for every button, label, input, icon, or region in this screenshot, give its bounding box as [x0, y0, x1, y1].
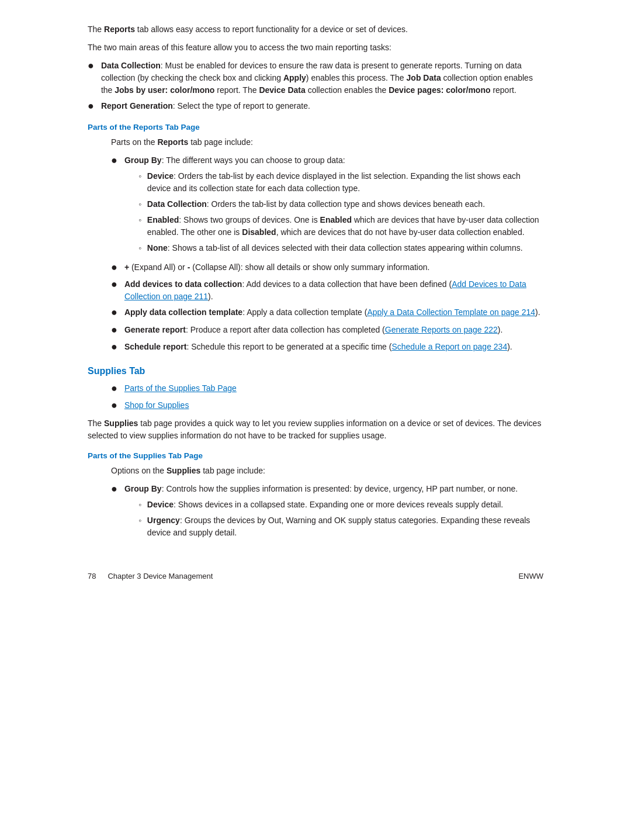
data-collection-label: Data Collection	[101, 61, 161, 70]
schedule-report-dot: ●	[111, 340, 117, 354]
supplies-group-by-label: Group By	[124, 484, 162, 493]
sub-dot-enabled: ◦	[138, 214, 141, 226]
supplies-link-content-1: Parts of the Supplies Tab Page	[124, 382, 543, 395]
supplies-sub-list: ◦ Device: Shows devices in a collapsed s…	[138, 499, 543, 539]
supplies-tab-heading: Supplies Tab	[88, 366, 543, 376]
none-content: None: Shows a tab-list of all devices se…	[147, 242, 543, 254]
enabled-content: Enabled: Shows two groups of devices. On…	[147, 214, 543, 238]
supplies-device-label: Device	[147, 500, 174, 509]
group-by-sub-list: ◦ Device: Orders the tab-list by each de…	[138, 170, 543, 254]
supplies-link-content-2: Shop for Supplies	[124, 399, 543, 412]
apply-template-content: Apply data collection template: Apply a …	[124, 306, 543, 319]
supplies-options-bold: Supplies	[167, 466, 200, 475]
supplies-options-intro: Options on the Supplies tab page include…	[111, 465, 543, 477]
sub-dot-device: ◦	[138, 170, 141, 182]
report-generation-label: Report Generation	[101, 101, 173, 110]
sub-bullet-none: ◦ None: Shows a tab-list of all devices …	[138, 242, 543, 254]
expand-content: + (Expand All) or - (Collapse All): show…	[124, 261, 543, 274]
reports-tab-intro: Parts on the Reports tab page include:	[111, 136, 543, 148]
supplies-intro-text: The Supplies tab page provides a quick w…	[88, 417, 543, 442]
device-content: Device: Orders the tab-list by each devi…	[147, 170, 543, 195]
sub-dot-dc: ◦	[138, 198, 141, 210]
apply-template-label: Apply data collection template	[124, 307, 242, 317]
bullet-expand-collapse: ● + (Expand All) or - (Collapse All): sh…	[111, 261, 543, 275]
jobs-by-bold: Jobs by user: color/mono	[115, 85, 214, 95]
generate-report-content: Generate report: Produce a report after …	[124, 324, 543, 336]
none-label: None	[147, 243, 168, 253]
supplies-sub-dot-urgency: ◦	[138, 514, 141, 527]
group-by-label: Group By	[124, 155, 162, 165]
footer-left: 78 Chapter 3 Device Management	[88, 572, 213, 580]
supplies-bold: Supplies	[104, 419, 138, 428]
sub-bullet-enabled: ◦ Enabled: Shows two groups of devices. …	[138, 214, 543, 238]
job-data-bold: Job Data	[407, 73, 441, 82]
data-collection-content: Data Collection: Must be enabled for dev…	[101, 60, 543, 96]
bullet-group-by: ● Group By: The different ways you can c…	[111, 154, 543, 258]
schedule-report-link[interactable]: Schedule a Report on page 234	[391, 342, 507, 351]
shop-for-supplies-link[interactable]: Shop for Supplies	[124, 400, 189, 410]
supplies-link-dot-1: ●	[111, 381, 117, 396]
add-devices-dot: ●	[111, 277, 117, 292]
bullet-data-collection: ● Data Collection: Must be enabled for d…	[88, 60, 543, 96]
bullet-dot-2: ●	[88, 99, 94, 113]
supplies-group-by-content: Group By: Controls how the supplies info…	[124, 483, 543, 542]
reports-tab-bold: Reports	[157, 137, 188, 147]
bullet-apply-template: ● Apply data collection template: Apply …	[111, 306, 543, 320]
group-by-dot: ●	[111, 153, 117, 168]
plus-bold: +	[124, 262, 129, 272]
generate-report-link[interactable]: Generate Reports on page 222	[385, 325, 498, 334]
apply-template-dot: ●	[111, 305, 117, 320]
reports-tab-heading: Parts of the Reports Tab Page	[88, 123, 543, 132]
supplies-sub-dot-device: ◦	[138, 499, 141, 511]
schedule-report-content: Schedule report: Schedule this report to…	[124, 341, 543, 353]
supplies-link-item-1: ● Parts of the Supplies Tab Page	[111, 382, 543, 396]
schedule-report-label: Schedule report	[124, 342, 187, 351]
supplies-device-content: Device: Shows devices in a collapsed sta…	[147, 499, 543, 511]
enabled-bold-inner: Enabled	[320, 215, 352, 224]
supplies-bullet-group-by: ● Group By: Controls how the supplies in…	[111, 483, 543, 542]
dc-content: Data Collection: Orders the tab-list by …	[147, 198, 543, 210]
supplies-link-list: ● Parts of the Supplies Tab Page ● Shop …	[111, 382, 543, 413]
bullet-schedule-report: ● Schedule report: Schedule this report …	[111, 341, 543, 354]
page-footer: 78 Chapter 3 Device Management ENWW	[88, 566, 543, 580]
reports-tab-indent: Parts on the Reports tab page include: ●…	[111, 136, 543, 354]
bullet-add-devices: ● Add devices to data collection: Add de…	[111, 278, 543, 303]
enabled-label: Enabled	[147, 215, 179, 224]
add-devices-content: Add devices to data collection: Add devi…	[124, 278, 543, 303]
main-bullet-list: ● Data Collection: Must be enabled for d…	[88, 60, 543, 113]
apply-template-link[interactable]: Apply a Data Collection Template on page…	[367, 307, 535, 317]
supplies-urgency-label: Urgency	[147, 516, 180, 525]
expand-dot: ●	[111, 260, 117, 275]
reports-bold: Reports	[104, 25, 135, 34]
supplies-options-block: Options on the Supplies tab page include…	[111, 465, 543, 542]
supplies-link-item-2: ● Shop for Supplies	[111, 399, 543, 413]
sub-bullet-data-collection: ◦ Data Collection: Orders the tab-list b…	[138, 198, 543, 210]
bullet-dot-1: ●	[88, 58, 94, 73]
parts-of-supplies-link[interactable]: Parts of the Supplies Tab Page	[124, 383, 237, 393]
device-pages-bold: Device pages: color/mono	[389, 85, 490, 95]
supplies-sub-device: ◦ Device: Shows devices in a collapsed s…	[138, 499, 543, 511]
group-by-content: Group By: The different ways you can cho…	[124, 154, 543, 258]
generate-report-label: Generate report	[124, 325, 186, 334]
dc-label: Data Collection	[147, 199, 207, 209]
disabled-bold: Disabled	[242, 227, 276, 237]
supplies-items-list: ● Group By: Controls how the supplies in…	[111, 483, 543, 542]
add-devices-label: Add devices to data collection	[124, 279, 242, 289]
footer-page-num: 78	[88, 572, 96, 580]
reports-items-list: ● Group By: The different ways you can c…	[111, 154, 543, 354]
supplies-links-block: ● Parts of the Supplies Tab Page ● Shop …	[111, 382, 543, 413]
supplies-sub-urgency: ◦ Urgency: Groups the devices by Out, Wa…	[138, 514, 543, 539]
bullet-generate-report: ● Generate report: Produce a report afte…	[111, 324, 543, 337]
device-label: Device	[147, 171, 174, 181]
bullet-report-generation: ● Report Generation: Select the type of …	[88, 100, 543, 113]
supplies-tab-page-heading: Parts of the Supplies Tab Page	[88, 451, 543, 460]
footer-right: ENWW	[518, 572, 543, 580]
two-main-areas: The two main areas of this feature allow…	[88, 42, 543, 54]
sub-dot-none: ◦	[138, 242, 141, 254]
device-data-bold: Device Data	[259, 85, 305, 95]
sub-bullet-device: ◦ Device: Orders the tab-list by each de…	[138, 170, 543, 195]
generate-report-dot: ●	[111, 323, 117, 337]
minus-bold: -	[188, 262, 190, 272]
supplies-urgency-content: Urgency: Groups the devices by Out, Warn…	[147, 514, 543, 539]
reports-intro: The Reports tab allows easy access to re…	[88, 23, 543, 36]
